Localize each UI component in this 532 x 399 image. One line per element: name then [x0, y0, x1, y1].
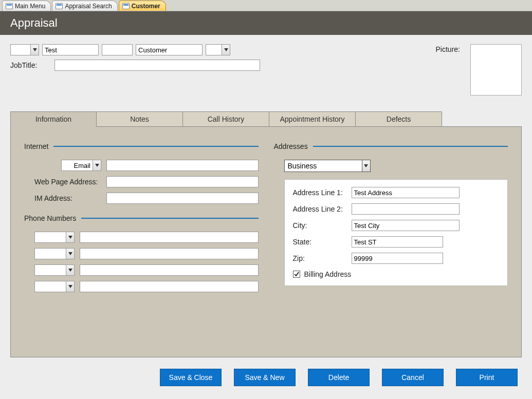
print-button[interactable]: Print [456, 369, 518, 386]
prefix-combo[interactable] [10, 44, 39, 55]
tab-call-history[interactable]: Call History [183, 111, 269, 127]
billing-checkbox[interactable] [293, 271, 300, 278]
legend-divider [81, 218, 258, 219]
webpage-label: Web Page Address: [34, 178, 101, 186]
zip-label: Zip: [293, 254, 346, 262]
tab-label: Appraisal Search [65, 3, 112, 10]
address-card: Address Line 1: Address Line 2: City: St… [284, 179, 508, 286]
tab-defects[interactable]: Defects [356, 111, 442, 127]
chevron-down-icon[interactable] [30, 45, 39, 55]
form-canvas: JobTitle: Picture: Information Notes Cal… [0, 35, 532, 399]
chevron-down-icon[interactable] [66, 249, 74, 259]
chevron-down-icon[interactable] [66, 232, 74, 242]
address-line2-input[interactable] [352, 203, 460, 215]
email-type-combo[interactable] [61, 160, 101, 171]
form-tabstrip: Information Notes Call History Appointme… [10, 111, 522, 126]
tab-label: Main Menu [15, 3, 45, 10]
form-icon [6, 3, 13, 9]
address-line1-label: Address Line 1: [293, 188, 346, 197]
email-type-input[interactable] [62, 160, 93, 170]
phone-type-combo[interactable] [34, 232, 75, 243]
save-close-button[interactable]: Save & Close [160, 369, 222, 386]
addresses-legend: Addresses [274, 142, 308, 150]
chevron-down-icon[interactable] [66, 281, 74, 292]
phone-number-input[interactable] [80, 248, 259, 259]
phone-type-input[interactable] [35, 281, 66, 292]
address-line1-input[interactable] [352, 187, 460, 198]
tab-notes[interactable]: Notes [97, 111, 183, 127]
cancel-button[interactable]: Cancel [382, 369, 444, 386]
billing-label: Billing Address [304, 270, 352, 278]
address-type-combo[interactable] [284, 160, 371, 172]
im-label: IM Address: [34, 194, 101, 202]
tab-label: Customer [132, 3, 160, 10]
picture-box[interactable] [470, 44, 522, 96]
phone-type-combo[interactable] [34, 248, 75, 259]
last-name-input[interactable] [136, 44, 203, 55]
tab-information[interactable]: Information [10, 111, 97, 127]
chevron-down-icon[interactable] [93, 160, 101, 170]
phone-type-combo[interactable] [34, 264, 75, 276]
chevron-down-icon[interactable] [362, 160, 370, 172]
city-input[interactable] [352, 220, 460, 231]
address-type-input[interactable] [285, 160, 362, 172]
tab-customer[interactable]: Customer [119, 1, 166, 11]
address-line2-label: Address Line 2: [293, 205, 346, 213]
phone-type-input[interactable] [35, 249, 66, 259]
tab-appointment-history[interactable]: Appointment History [269, 111, 356, 127]
suffix-combo[interactable] [206, 44, 230, 55]
delete-button[interactable]: Delete [308, 369, 370, 386]
city-label: City: [293, 221, 346, 230]
form-icon [122, 3, 130, 9]
picture-label: Picture: [436, 44, 460, 53]
phone-number-input[interactable] [80, 264, 259, 276]
im-input[interactable] [106, 193, 259, 204]
phone-number-input[interactable] [80, 232, 259, 243]
state-input[interactable] [352, 236, 443, 248]
tab-main-menu[interactable]: Main Menu [2, 1, 51, 11]
chevron-down-icon[interactable] [222, 45, 230, 55]
form-icon [56, 3, 63, 9]
prefix-input[interactable] [11, 45, 30, 55]
phone-type-input[interactable] [35, 232, 66, 242]
jobtitle-label: JobTitle: [10, 61, 51, 69]
suffix-input[interactable] [206, 45, 222, 55]
internet-legend: Internet [24, 142, 48, 150]
page-title: Appraisal [0, 11, 532, 35]
phone-number-input[interactable] [80, 281, 259, 292]
phones-legend: Phone Numbers [24, 214, 76, 222]
legend-divider [53, 146, 258, 147]
state-label: State: [293, 238, 346, 246]
email-input[interactable] [106, 160, 259, 171]
tab-panel-information: Internet Web Page Address: [10, 126, 522, 357]
save-new-button[interactable]: Save & New [234, 369, 296, 386]
legend-divider [313, 146, 508, 147]
window-tabs: Main Menu Appraisal Search Customer [0, 0, 532, 11]
jobtitle-input[interactable] [54, 60, 260, 71]
middle-input[interactable] [102, 44, 133, 55]
phone-type-combo[interactable] [34, 281, 75, 292]
chevron-down-icon[interactable] [66, 265, 74, 275]
action-buttons: Save & Close Save & New Delete Cancel Pr… [10, 369, 518, 386]
zip-input[interactable] [352, 253, 443, 264]
tab-appraisal-search[interactable]: Appraisal Search [52, 1, 117, 11]
webpage-input[interactable] [106, 176, 259, 187]
first-name-input[interactable] [42, 44, 99, 55]
phone-type-input[interactable] [35, 265, 66, 275]
